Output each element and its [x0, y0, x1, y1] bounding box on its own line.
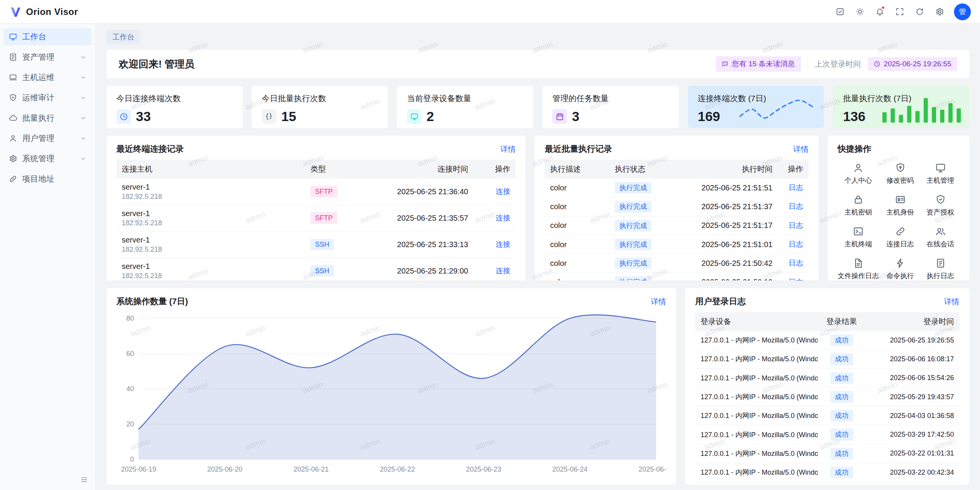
connect-link[interactable]: 连接: [496, 267, 510, 275]
connect-link[interactable]: 连接: [496, 214, 510, 222]
login-detail-link[interactable]: 详情: [944, 297, 959, 307]
sidebar-item-project[interactable]: 项目地址: [4, 170, 91, 187]
connect-link[interactable]: 连接: [496, 187, 510, 195]
settings-button[interactable]: [931, 3, 948, 20]
check-square-icon: [836, 7, 844, 16]
execution-description: color: [545, 197, 609, 216]
batch-detail-link[interactable]: 详情: [793, 144, 808, 154]
quick-action-host-management[interactable]: 主机管理: [921, 161, 959, 187]
log-link[interactable]: 日志: [789, 259, 803, 267]
quick-action-execution-logs[interactable]: 执行日志: [921, 256, 959, 280]
svg-text:2025-06-19: 2025-06-19: [121, 465, 156, 473]
quick-action-host-identity[interactable]: 主机身份: [881, 193, 919, 218]
check-square-button[interactable]: [831, 3, 848, 20]
stat-value: 3: [572, 109, 579, 124]
batch-executions-card: 最近批量执行记录 详情 执行描述执行状态执行时间操作color执行完成2025-…: [535, 136, 818, 280]
sidebar-item-audit[interactable]: 运维审计: [4, 89, 91, 106]
login-time: 2025-03-22 00:42:34: [866, 463, 959, 482]
notifications-button[interactable]: [871, 3, 888, 20]
main-content: 工作台 欢迎回来! 管理员 您有 15 条未读消息 上次登录时间 2025-06…: [96, 24, 980, 490]
theme-toggle-button[interactable]: [851, 3, 868, 20]
doc-icon: [935, 258, 946, 269]
sidebar-item-label: 主机运维: [22, 72, 75, 83]
host-name: server-1: [122, 182, 300, 192]
log-link[interactable]: 日志: [789, 278, 803, 280]
app-logo: Orion Visor: [9, 5, 78, 18]
person-icon: [853, 162, 864, 173]
quick-action-asset-authorization[interactable]: 资产授权: [921, 193, 959, 218]
svg-text:20: 20: [126, 420, 134, 428]
sidebar-item-host-ops[interactable]: 主机运维: [4, 69, 91, 86]
shield-lock-icon: [895, 162, 906, 173]
batch-execution-row: color执行完成2025-06-25 21:50:42日志: [545, 254, 808, 273]
workbench-icon: [9, 33, 17, 41]
area-chart-svg: 0204060802025-06-192025-06-202025-06-212…: [116, 312, 666, 477]
batch-executions-table: 执行描述执行状态执行时间操作color执行完成2025-06-25 21:51:…: [545, 160, 808, 280]
login-log-row: 127.0.0.1 - 内网IP - Mozilla/5.0 (Windows …: [695, 482, 959, 485]
login-time: 2025-04-03 01:36:58: [866, 406, 959, 425]
quick-action-command-execution[interactable]: 命令执行: [881, 256, 919, 280]
quick-action-connection-logs[interactable]: 连接日志: [881, 225, 919, 250]
login-time: 2025-06-06 16:08:17: [866, 350, 959, 369]
log-link[interactable]: 日志: [789, 202, 803, 210]
unread-messages-text: 您有 15 条未读消息: [732, 59, 795, 69]
sidebar-item-batch[interactable]: 批量执行: [4, 110, 91, 126]
log-link[interactable]: 日志: [789, 221, 803, 229]
stat-value: 169: [698, 109, 720, 124]
sidebar-item-workbench[interactable]: 工作台: [4, 28, 91, 45]
refresh-button[interactable]: [911, 3, 928, 20]
log-link[interactable]: 日志: [789, 184, 803, 192]
quick-action-change-password[interactable]: 修改密码: [881, 161, 919, 187]
quick-action-host-keys[interactable]: 主机密钥: [838, 193, 879, 218]
chart-detail-link[interactable]: 详情: [651, 297, 666, 307]
sidebar-item-user[interactable]: 用户管理: [4, 130, 91, 147]
last-login-time: 2025-06-25 19:26:55: [884, 60, 951, 68]
log-link[interactable]: 日志: [789, 240, 803, 248]
quick-action-host-terminal[interactable]: 主机终端: [838, 225, 879, 250]
quick-action-personal-center[interactable]: 个人中心: [838, 161, 879, 187]
execution-status-tag: 执行完成: [615, 220, 652, 231]
login-device: 127.0.0.1 - 内网IP - Mozilla/5.0 (Windows …: [695, 406, 818, 425]
notification-badge: [881, 6, 885, 10]
user-icon: [9, 134, 17, 143]
collapse-sidebar-button[interactable]: [78, 474, 90, 485]
stat-card-batch-7d: 批量执行次数 (7日)136: [833, 86, 969, 128]
chevron-down-icon: [80, 95, 87, 101]
stat-card-terminal-7d: 连接终端次数 (7日)169: [688, 86, 824, 128]
bottom-row: 系统操作数量 (7日) 详情 0204060802025-06-192025-0…: [106, 288, 969, 485]
connect-link[interactable]: 连接: [496, 240, 510, 248]
execution-description: color: [545, 235, 609, 254]
execution-status-tag: 执行完成: [615, 276, 652, 280]
stat-value: 136: [843, 109, 865, 124]
monitor-icon: [935, 162, 946, 173]
terminal-connection-row: server-1182.92.5.218SFTP2025-06-25 21:35…: [116, 205, 516, 231]
sidebar-nav: 工作台资产管理主机运维运维审计批量执行用户管理系统管理项目地址: [0, 28, 95, 187]
logo-icon: [9, 5, 22, 18]
user-avatar[interactable]: 管: [954, 3, 971, 20]
quick-action-online-sessions[interactable]: 在线会话: [921, 225, 959, 250]
login-result-tag: 成功: [830, 410, 853, 421]
sidebar-item-asset[interactable]: 资产管理: [4, 49, 91, 66]
quick-actions-grid: 个人中心修改密码主机管理主机密钥主机身份资产授权主机终端连接日志在线会话文件操作…: [838, 161, 959, 280]
welcome-meta: 您有 15 条未读消息 上次登录时间 2025-06-25 19:26:55: [716, 56, 957, 72]
stats-row: 今日连接终端次数33今日批量执行次数15当前登录设备数量2管理的任务数量3连接终…: [106, 86, 969, 128]
divider: [808, 59, 808, 69]
batch-execution-row: color执行完成2025-06-25 21:51:51日志: [545, 179, 808, 197]
unread-messages-badge[interactable]: 您有 15 条未读消息: [716, 56, 801, 72]
connect-time: 2025-06-25 21:36:40: [359, 179, 474, 205]
breadcrumb-item[interactable]: 工作台: [106, 30, 140, 44]
execution-description: color: [545, 179, 609, 197]
clock-icon: [119, 112, 128, 121]
execution-time: 2025-06-25 21:50:10: [671, 273, 778, 280]
quick-action-file-operation-logs[interactable]: 文件操作日志: [838, 256, 879, 280]
stat-value: 33: [136, 109, 151, 124]
login-log-row: 127.0.0.1 - 内网IP - Mozilla/5.0 (Windows …: [695, 369, 959, 387]
stat-card: 今日连接终端次数33: [106, 86, 243, 128]
column-header: 执行时间: [671, 160, 778, 179]
execution-time: 2025-06-25 21:51:51: [671, 179, 778, 197]
fullscreen-button[interactable]: [891, 3, 908, 20]
sidebar-item-system[interactable]: 系统管理: [4, 150, 91, 167]
protocol-tag: SSH: [310, 239, 334, 250]
terminal-detail-link[interactable]: 详情: [500, 144, 516, 154]
system-operations-chart-card: 系统操作数量 (7日) 详情 0204060802025-06-192025-0…: [106, 288, 676, 485]
